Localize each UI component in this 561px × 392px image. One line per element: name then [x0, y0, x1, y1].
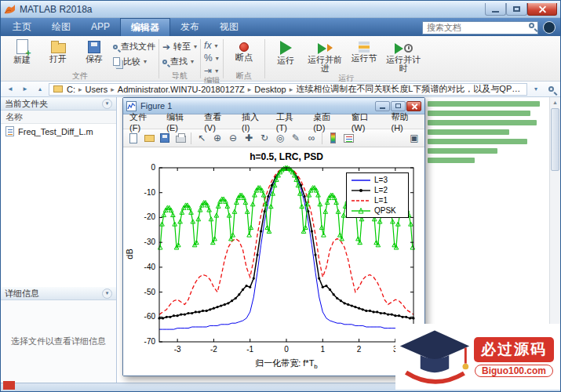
compare-icon: [113, 57, 120, 66]
link-plot-icon[interactable]: ∞: [304, 131, 319, 145]
data-cursor-icon[interactable]: ◎: [273, 131, 287, 145]
panel-menu-icon[interactable]: ▾: [102, 289, 112, 299]
run-advance-button[interactable]: 运行并前进: [304, 38, 345, 73]
new-figure-icon[interactable]: [126, 131, 140, 145]
back-button[interactable]: ◄: [4, 83, 16, 95]
ribbon-group-breakpoints: 断点 断点: [224, 37, 264, 81]
tab-editor[interactable]: 编辑器: [120, 18, 170, 36]
minimize-button[interactable]: [375, 101, 390, 111]
dock-figure-icon[interactable]: ▣: [407, 131, 421, 145]
window-controls: [485, 3, 557, 16]
zoom-out-icon[interactable]: ⊖: [226, 131, 240, 145]
close-button[interactable]: [406, 101, 421, 111]
chevron-down-icon: ▾: [194, 43, 197, 50]
doc-search-input[interactable]: [422, 21, 538, 34]
breadcrumb-admin[interactable]: Administrator.WIN7U-20180127Z: [118, 85, 245, 94]
brush-icon[interactable]: ✎: [289, 131, 303, 145]
breadcrumb-folder[interactable]: 连续相位调制在不同关联长度L下频谱的对比，以及与QPSK频谱的对比: [296, 83, 523, 95]
tab-plots[interactable]: 绘图: [42, 18, 81, 36]
account-avatar-icon[interactable]: [543, 21, 556, 34]
breakpoints-button[interactable]: 断点: [227, 38, 261, 62]
breadcrumb-separator-icon: ▸: [78, 85, 82, 93]
plot-title: h=0.5, LRC, PSD: [159, 151, 413, 162]
svg-text:0: 0: [284, 345, 289, 354]
run-section-button[interactable]: 运行节: [347, 38, 381, 63]
browse-search-button[interactable]: [545, 83, 557, 95]
maximize-button[interactable]: [391, 101, 406, 111]
scroll-up-icon[interactable]: ▲: [550, 97, 560, 107]
name-column-header[interactable]: 名称: [1, 111, 116, 124]
breadcrumb-users[interactable]: Users: [86, 85, 108, 94]
legend-entry: L=2: [351, 186, 404, 194]
chevron-down-icon: ▾: [216, 55, 219, 62]
indent-button[interactable]: ⇥▾: [204, 66, 219, 75]
save-figure-icon[interactable]: [158, 131, 172, 145]
matlab-logo-icon: [4, 3, 16, 15]
current-folder-header[interactable]: 当前文件夹 ▾: [1, 97, 116, 111]
new-script-icon: [16, 39, 28, 54]
menu-edit[interactable]: 编辑(E): [162, 111, 199, 132]
plot-ylabel: dB: [125, 238, 134, 270]
run-button[interactable]: 运行: [268, 38, 303, 65]
print-icon[interactable]: [173, 131, 188, 145]
edit-plot-icon[interactable]: ↖: [195, 131, 209, 145]
address-dropdown-button[interactable]: ▾: [530, 83, 542, 95]
zoom-in-icon[interactable]: ⊕: [210, 131, 224, 145]
menu-insert[interactable]: 插入(I): [237, 111, 271, 132]
minimize-button[interactable]: [485, 3, 506, 16]
close-button[interactable]: [527, 3, 557, 16]
menu-file[interactable]: 文件(F): [125, 111, 162, 132]
breadcrumb[interactable]: C:▸ Users▸ Administrator.WIN7U-20180127Z…: [49, 83, 527, 96]
insert-legend-icon[interactable]: [341, 131, 355, 145]
menu-view[interactable]: 查看(V): [199, 111, 237, 132]
open-file-icon[interactable]: [142, 131, 156, 145]
svg-text:-2: -2: [210, 345, 217, 354]
plot-legend[interactable]: L=3L=2L=1QPSK: [346, 172, 409, 218]
svg-text:-70: -70: [144, 337, 156, 346]
doc-search: [422, 20, 538, 34]
compare-button[interactable]: 比较▾: [113, 56, 155, 67]
menu-window[interactable]: 窗口(W): [347, 111, 387, 132]
up-folder-button[interactable]: ▴: [34, 83, 46, 95]
panel-menu-icon[interactable]: ▾: [102, 99, 112, 109]
maximize-button[interactable]: [506, 3, 527, 16]
breadcrumb-drive[interactable]: C:: [67, 85, 75, 94]
menu-help[interactable]: 帮助(H): [387, 111, 425, 132]
ribbon-group-file: 新建 打开 保存 查找文件 比较▾ 文件: [2, 37, 158, 81]
save-button[interactable]: 保存: [77, 38, 111, 64]
pan-icon[interactable]: ✚: [242, 131, 256, 145]
forward-button[interactable]: ►: [19, 83, 31, 95]
tab-view[interactable]: 视图: [209, 18, 249, 36]
find-button[interactable]: 查找▾: [162, 56, 197, 67]
new-script-button[interactable]: 新建: [5, 38, 39, 64]
bottom-left-badge: [3, 381, 15, 390]
run-time-button[interactable]: 运行并计时: [383, 38, 424, 73]
chevron-down-icon: ▾: [144, 58, 147, 65]
insert-colorbar-icon[interactable]: [326, 131, 340, 145]
insert-button[interactable]: fx▾: [204, 41, 219, 50]
find-files-button[interactable]: 查找文件: [113, 41, 155, 53]
comment-button[interactable]: %▾: [204, 53, 219, 63]
run-section-icon: [359, 42, 370, 53]
run-icon: [318, 43, 326, 54]
menu-desktop[interactable]: 桌面(D): [308, 111, 347, 132]
tab-publish[interactable]: 发布: [170, 18, 209, 36]
group-label-breakpoints: 断点: [227, 71, 261, 81]
svg-text:2: 2: [357, 345, 362, 354]
svg-text:-3: -3: [174, 345, 181, 354]
tab-home[interactable]: 主页: [2, 18, 42, 36]
breadcrumb-desktop[interactable]: Desktop: [254, 85, 286, 94]
svg-text:-20: -20: [144, 212, 156, 221]
tab-apps[interactable]: APP: [81, 18, 120, 36]
scrollbar-thumb[interactable]: [551, 108, 559, 171]
file-item[interactable]: Freq_Test_Diff_L.m: [1, 124, 116, 139]
goto-button[interactable]: ➔转至▾: [162, 41, 197, 53]
menu-tools[interactable]: 工具(T): [271, 111, 308, 132]
details-header[interactable]: 详细信息 ▾: [1, 287, 116, 300]
rotate-3d-icon[interactable]: ↻: [257, 131, 271, 145]
open-button[interactable]: 打开: [41, 38, 75, 64]
goto-icon: ➔: [162, 42, 170, 52]
title-bar[interactable]: MATLAB R2018a: [1, 1, 560, 18]
figure-window[interactable]: Figure 1 文件(F) 编辑(E) 查看(V) 插入(I) 工具(T) 桌…: [122, 97, 425, 376]
advance-icon: [327, 44, 333, 52]
